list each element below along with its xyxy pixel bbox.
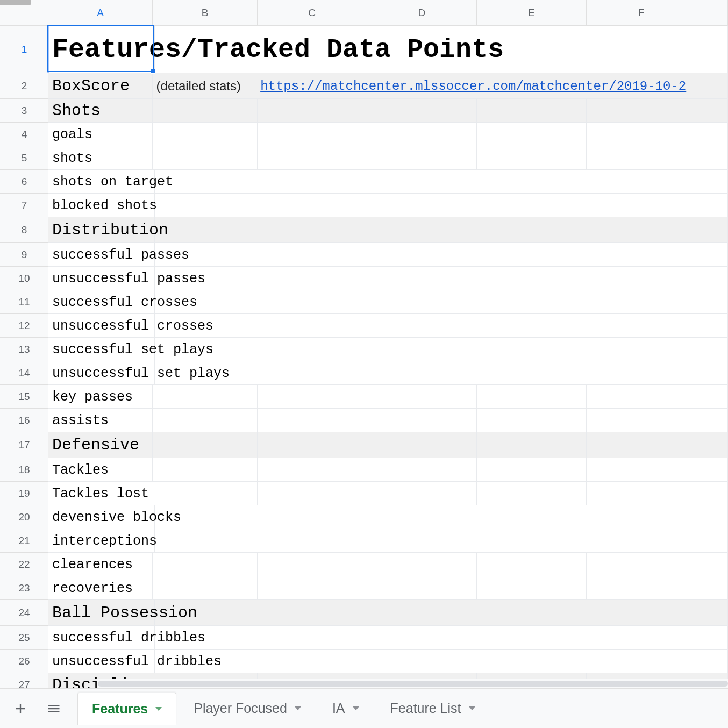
cell-12[interactable] (696, 314, 728, 338)
row-header-7[interactable]: 7 (0, 194, 48, 217)
cell-D12[interactable] (368, 314, 477, 338)
cell-E13[interactable] (477, 338, 587, 361)
cell-F5[interactable] (587, 146, 696, 170)
row-header-17[interactable]: 17 (0, 432, 48, 458)
cell-B3[interactable] (153, 99, 257, 123)
cell-B14[interactable] (155, 361, 259, 385)
cell-A9[interactable]: successful passes (48, 243, 155, 267)
cell-10[interactable] (696, 267, 728, 290)
cell-C1[interactable] (259, 26, 368, 73)
cell-E11[interactable] (477, 290, 587, 314)
cell-E12[interactable] (477, 314, 587, 338)
cell-C4[interactable] (258, 123, 367, 146)
cell-E6[interactable] (477, 170, 587, 194)
row-header-26[interactable]: 26 (0, 650, 48, 673)
cell-A5[interactable]: shots (48, 146, 153, 170)
cell-E25[interactable] (477, 626, 587, 650)
cell-F11[interactable] (587, 290, 696, 314)
cell-A6[interactable]: shots on target (48, 170, 155, 194)
cell-F12[interactable] (587, 314, 696, 338)
cell-22[interactable] (696, 553, 728, 576)
cell-C16[interactable] (258, 409, 367, 432)
tab-player-focused[interactable]: Player Focused (180, 693, 315, 725)
cell-B8[interactable] (155, 217, 259, 243)
cell-25[interactable] (696, 626, 728, 650)
cell-D14[interactable] (368, 361, 477, 385)
cell-23[interactable] (696, 576, 728, 600)
cell-E17[interactable] (477, 432, 587, 458)
cell-E16[interactable] (477, 409, 587, 432)
row-header-5[interactable]: 5 (0, 146, 48, 170)
cell-2[interactable] (696, 73, 728, 99)
cell-E8[interactable] (477, 217, 587, 243)
cell-D8[interactable] (368, 217, 477, 243)
cell-D19[interactable] (367, 482, 477, 505)
cell-24[interactable] (696, 600, 728, 626)
cell-C21[interactable] (259, 529, 368, 553)
cell-C7[interactable] (259, 194, 368, 217)
cell-C6[interactable] (259, 170, 368, 194)
row-header-18[interactable]: 18 (0, 458, 48, 482)
row-header-4[interactable]: 4 (0, 123, 48, 146)
cell-D7[interactable] (368, 194, 477, 217)
cell-F4[interactable] (587, 123, 696, 146)
row-header-11[interactable]: 11 (0, 290, 48, 314)
cell-B21[interactable] (155, 529, 259, 553)
cell-F3[interactable] (587, 99, 696, 123)
cell-E20[interactable] (477, 505, 587, 529)
column-header-6[interactable] (696, 0, 728, 26)
cell-F15[interactable] (587, 385, 696, 409)
cell-D3[interactable] (367, 99, 477, 123)
cell-C10[interactable] (259, 267, 368, 290)
cell-F19[interactable] (587, 482, 696, 505)
row-header-20[interactable]: 20 (0, 505, 48, 529)
cell-A15[interactable]: key passes (48, 385, 153, 409)
cell-D26[interactable] (368, 650, 477, 673)
cell-B2[interactable]: (detailed stats) (153, 73, 257, 99)
cell-E1[interactable] (477, 26, 587, 73)
cell-A8[interactable]: Distribution (48, 217, 155, 243)
cell-B26[interactable] (155, 650, 259, 673)
column-header-C[interactable]: C (258, 0, 367, 26)
cell-A2[interactable]: BoxScore (48, 73, 153, 99)
column-header-F[interactable]: F (587, 0, 696, 26)
column-header-A[interactable]: A (48, 0, 153, 26)
row-header-8[interactable]: 8 (0, 217, 48, 243)
cell-D22[interactable] (367, 553, 477, 576)
cell-B18[interactable] (153, 458, 257, 482)
row-header-16[interactable]: 16 (0, 409, 48, 432)
cell-19[interactable] (696, 482, 728, 505)
cell-20[interactable] (696, 505, 728, 529)
cell-D15[interactable] (367, 385, 477, 409)
cell-C12[interactable] (259, 314, 368, 338)
row-header-19[interactable]: 19 (0, 482, 48, 505)
cell-B25[interactable] (155, 626, 259, 650)
cell-6[interactable] (696, 170, 728, 194)
cell-B4[interactable] (153, 123, 257, 146)
cell-D20[interactable] (368, 505, 477, 529)
row-header-12[interactable]: 12 (0, 314, 48, 338)
row-header-15[interactable]: 15 (0, 385, 48, 409)
cell-B19[interactable] (153, 482, 258, 505)
cell-D23[interactable] (367, 576, 477, 600)
cell-A10[interactable]: unsuccessful passes (48, 267, 155, 290)
cell-A7[interactable]: blocked shots (48, 194, 155, 217)
cell-F13[interactable] (587, 338, 696, 361)
cell-B13[interactable] (155, 338, 259, 361)
cells-grid[interactable]: Features/Tracked Data PointsBoxScore(det… (48, 26, 728, 688)
cell-E23[interactable] (477, 576, 587, 600)
cell-A4[interactable]: goals (48, 123, 153, 146)
cell-C18[interactable] (258, 458, 367, 482)
row-header-10[interactable]: 10 (0, 267, 48, 290)
cell-D9[interactable] (368, 243, 477, 267)
cell-B9[interactable] (155, 243, 259, 267)
cell-C5[interactable] (258, 146, 367, 170)
cell-B15[interactable] (153, 385, 257, 409)
cell-21[interactable] (696, 529, 728, 553)
cell-F2[interactable] (587, 73, 696, 99)
cell-B23[interactable] (153, 576, 257, 600)
row-header-2[interactable]: 2 (0, 73, 48, 99)
row-header-3[interactable]: 3 (0, 99, 48, 123)
cell-A20[interactable]: devensive blocks (48, 505, 155, 529)
chevron-down-icon[interactable] (469, 706, 475, 710)
